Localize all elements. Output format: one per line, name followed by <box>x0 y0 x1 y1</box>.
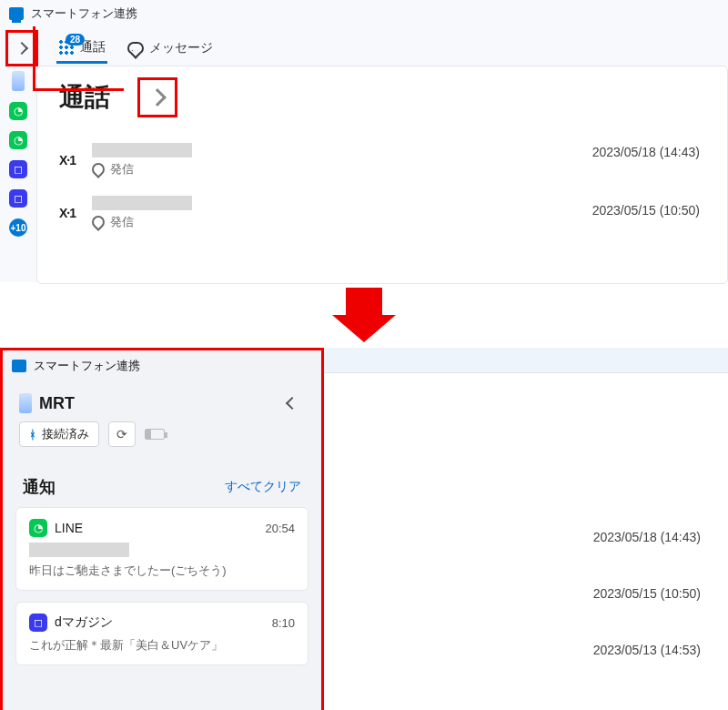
more-apps-badge[interactable]: +10 <box>9 218 27 237</box>
page-heading: 通話 <box>59 80 110 115</box>
device-name: MRT <box>39 394 75 413</box>
tabbar: 28 通話 ⋯ メッセージ <box>0 27 728 66</box>
message-bubble-icon: ⋯ <box>127 42 144 55</box>
notification-card[interactable]: ◔ LINE 20:54 昨日はご馳走さまでしたー(ごちそう) <box>15 507 308 591</box>
caller-avatar-icon: X·1 <box>59 153 76 167</box>
app-icon <box>12 360 26 372</box>
notification-card[interactable]: ◻ dマガジン 8:10 これが正解＊最新「美白＆UVケア」 <box>15 602 308 665</box>
clear-all-button[interactable]: すべてクリア <box>225 479 301 495</box>
tab-calls[interactable]: 28 通話 <box>56 34 107 64</box>
chevron-left-icon <box>286 397 298 410</box>
notification-time: 20:54 <box>265 522 295 535</box>
app-title: スマートフォン連携 <box>31 5 137 22</box>
titlebar-strip <box>324 348 728 373</box>
chevron-right-large-icon <box>148 88 167 106</box>
outgoing-call-icon <box>89 213 107 231</box>
transition-arrow <box>0 282 728 348</box>
arrow-down-head-icon <box>332 315 396 342</box>
call-timestamp: 2023/05/13 (14:53) <box>593 643 701 657</box>
tab-messages-label: メッセージ <box>149 40 213 56</box>
icon-sidebar: ◔ ◔ ◻ ◻ +10 <box>0 66 36 284</box>
expanded-state-window: スマートフォン連携 MRT ᚼ 接続済み ⟳ <box>0 348 728 710</box>
notification-body: これが正解＊最新「美白＆UVケア」 <box>29 637 295 654</box>
refresh-icon: ⟳ <box>116 427 127 441</box>
notification-time: 8:10 <box>272 616 295 630</box>
line-app-icon: ◔ <box>29 519 47 537</box>
notification-sender-redacted <box>29 543 129 557</box>
app-icon <box>9 7 24 20</box>
bluetooth-status-chip[interactable]: ᚼ 接続済み <box>19 421 99 447</box>
call-timestamps-column: 2023/05/18 (14:43) 2023/05/15 (10:50) 20… <box>593 530 701 657</box>
chevron-right-icon <box>15 42 28 55</box>
outgoing-call-icon <box>89 160 107 178</box>
phone-device-icon[interactable] <box>12 71 25 91</box>
calls-panel: 通話 X·1 発信 2023/05/18 (14:43) X·1 <box>36 66 728 284</box>
bluetooth-status-label: 接続済み <box>42 426 89 442</box>
expanded-main-area: 2023/05/18 (14:43) 2023/05/15 (10:50) 20… <box>324 348 728 710</box>
arrow-down-icon <box>346 288 382 315</box>
call-timestamp: 2023/05/15 (10:50) <box>592 203 700 218</box>
dmagazine-app-icon: ◻ <box>29 614 47 632</box>
titlebar: スマートフォン連携 <box>3 350 321 381</box>
call-direction: 発信 <box>110 214 134 230</box>
call-row[interactable]: X·1 発信 2023/05/18 (14:43) <box>59 134 705 187</box>
titlebar: スマートフォン連携 <box>0 0 728 27</box>
call-direction: 発信 <box>110 161 134 178</box>
bluetooth-icon: ᚼ <box>29 428 36 441</box>
apps-badge: 28 <box>66 34 85 46</box>
phone-device-icon <box>19 393 32 413</box>
expand-panel-button[interactable] <box>137 77 177 117</box>
expand-sidebar-button[interactable] <box>5 30 38 66</box>
collapse-sidebar-button[interactable] <box>279 390 305 416</box>
caller-name-redacted <box>92 143 192 157</box>
refresh-button[interactable]: ⟳ <box>108 421 136 447</box>
caller-avatar-icon: X·1 <box>59 206 76 220</box>
expanded-sidebar: スマートフォン連携 MRT ᚼ 接続済み ⟳ <box>0 348 324 710</box>
notification-body: 昨日はご馳走さまでしたー(ごちそう) <box>29 563 295 579</box>
apps-grid-icon: 28 <box>58 39 75 56</box>
device-status-row: ᚼ 接続済み ⟳ <box>3 421 321 460</box>
notification-app-name: dマガジン <box>55 614 113 631</box>
notification-app-icon-2[interactable]: ◻ <box>9 189 27 208</box>
notification-app-name: LINE <box>55 521 83 535</box>
device-name-row: MRT <box>19 393 75 413</box>
app-title: スマートフォン連携 <box>34 358 140 374</box>
collapsed-state-window: スマートフォン連携 28 通話 ⋯ メッセージ ◔ ◔ ◻ ◻ +10 <box>0 0 728 282</box>
battery-icon <box>145 429 165 440</box>
call-timestamp: 2023/05/15 (10:50) <box>593 586 701 601</box>
caller-name-redacted <box>92 196 192 210</box>
call-timestamp: 2023/05/18 (14:43) <box>592 145 700 159</box>
notifications-heading: 通知 <box>23 476 56 498</box>
line-app-icon[interactable]: ◔ <box>9 102 27 120</box>
tab-messages[interactable]: ⋯ メッセージ <box>126 35 215 62</box>
notification-app-icon[interactable]: ◻ <box>9 160 27 178</box>
call-timestamp: 2023/05/18 (14:43) <box>593 530 701 544</box>
call-row[interactable]: X·1 発信 2023/05/15 (10:50) <box>59 187 705 239</box>
line-app-icon-2[interactable]: ◔ <box>9 131 27 149</box>
